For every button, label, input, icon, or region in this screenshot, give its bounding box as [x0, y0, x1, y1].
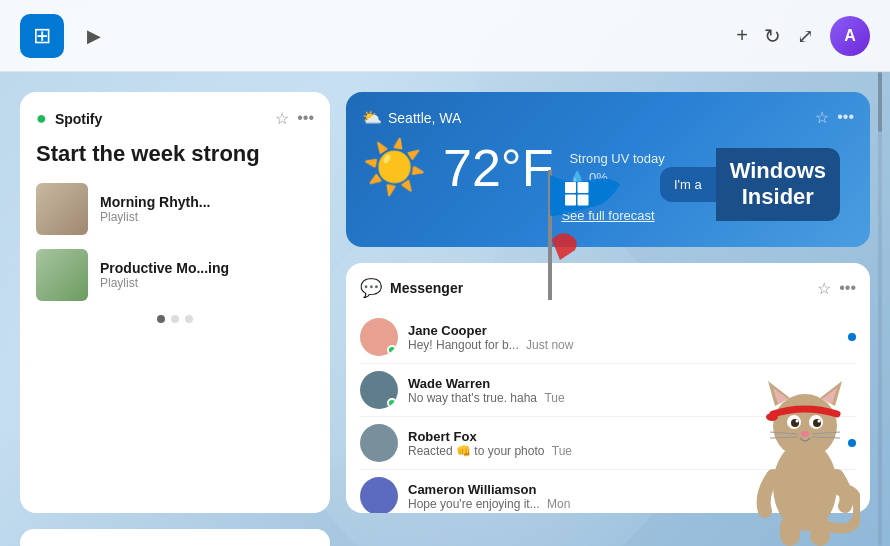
playlist-info-1: Morning Rhyth... Playlist: [100, 194, 210, 224]
weather-actions: ☆ •••: [815, 108, 854, 127]
contact-avatar-4: [360, 477, 398, 513]
cat-mascot-svg: [750, 326, 860, 546]
weather-more-icon[interactable]: •••: [837, 108, 854, 127]
playlist-thumb-bg-2: [36, 249, 88, 301]
online-indicator-2: [387, 398, 397, 408]
dot-2[interactable]: [171, 315, 179, 323]
scrollbar-track: [878, 72, 882, 546]
svg-point-22: [766, 413, 778, 421]
spotify-title-row: ● Spotify: [36, 108, 102, 129]
svg-point-16: [818, 420, 821, 423]
svg-point-17: [801, 431, 809, 437]
online-indicator-1: [387, 345, 397, 355]
messenger-actions: ☆ •••: [817, 279, 856, 298]
windows-insider-title-1: Windows: [730, 158, 826, 184]
xbox-widget: 🎮 Xbox Game Pass ☆ ••• Recently added HA…: [20, 529, 330, 546]
spotify-icon: ●: [36, 108, 47, 129]
svg-rect-4: [578, 195, 589, 206]
svg-rect-23: [780, 516, 800, 546]
weather-sun-icon: ☀️: [362, 137, 427, 198]
spotify-app-name: Spotify: [55, 111, 102, 127]
windows-flag-svg: [490, 160, 630, 300]
add-button[interactable]: +: [736, 24, 748, 47]
messenger-icon: 💬: [360, 277, 382, 299]
playlist-name-2: Productive Mo...ing: [100, 260, 229, 276]
windows-flag-overlay: [490, 160, 630, 304]
home-button[interactable]: ⊞: [20, 14, 64, 58]
svg-rect-24: [810, 516, 830, 546]
avatar-initial: A: [844, 27, 856, 45]
top-bar: ⊞ ▶ + ↻ ⤢ A: [0, 0, 890, 72]
spotify-carousel-dots: [36, 315, 314, 323]
expand-button[interactable]: ⤢: [797, 24, 814, 48]
scrollbar-thumb[interactable]: [878, 72, 882, 132]
contact-avatar-1: [360, 318, 398, 356]
contact-avatar-2: [360, 371, 398, 409]
spotify-pin-icon[interactable]: ☆: [275, 109, 289, 128]
spotify-more-icon[interactable]: •••: [297, 109, 314, 128]
im-a-text: I'm a: [660, 167, 716, 202]
refresh-button[interactable]: ↻: [764, 24, 781, 48]
playlist-thumb-1: [36, 183, 88, 235]
cat-mascot-container: [750, 326, 860, 546]
spotify-widget: ● Spotify ☆ ••• Start the week strong Mo…: [20, 92, 330, 513]
playlist-item-1[interactable]: Morning Rhyth... Playlist: [36, 183, 314, 235]
playlist-item-2[interactable]: Productive Mo...ing Playlist: [36, 249, 314, 301]
messenger-title: Messenger: [390, 280, 463, 296]
svg-rect-2: [578, 182, 589, 193]
weather-header: ⛅ Seattle, WA ☆ •••: [362, 108, 854, 127]
weather-location: ⛅ Seattle, WA: [362, 108, 461, 127]
dot-1[interactable]: [157, 315, 165, 323]
avatar[interactable]: A: [830, 16, 870, 56]
svg-rect-3: [565, 195, 576, 206]
svg-rect-1: [565, 182, 576, 193]
messenger-title-row: 💬 Messenger: [360, 277, 463, 299]
spotify-actions: ☆ •••: [275, 109, 314, 128]
weather-city: Seattle, WA: [388, 110, 461, 126]
location-icon: ⛅: [362, 108, 382, 127]
playlist-thumb-bg-1: [36, 183, 88, 235]
insider-badge: I'm a Windows Insider: [660, 148, 840, 221]
svg-point-6: [773, 394, 837, 458]
svg-point-15: [796, 420, 799, 423]
messenger-pin-icon[interactable]: ☆: [817, 279, 831, 298]
dot-3[interactable]: [185, 315, 193, 323]
spotify-headline: Start the week strong: [36, 141, 314, 167]
messenger-more-icon[interactable]: •••: [839, 279, 856, 298]
windows-insider-box: Windows Insider: [716, 148, 840, 221]
playlist-name-1: Morning Rhyth...: [100, 194, 210, 210]
top-bar-right: + ↻ ⤢ A: [736, 16, 870, 56]
playlist-type-1: Playlist: [100, 210, 210, 224]
playlist-thumb-2: [36, 249, 88, 301]
playlist-info-2: Productive Mo...ing Playlist: [100, 260, 229, 290]
contact-avatar-3: [360, 424, 398, 462]
home-icon: ⊞: [33, 23, 51, 49]
weather-pin-icon[interactable]: ☆: [815, 108, 829, 127]
windows-insider-title-2: Insider: [730, 184, 826, 210]
media-icon: ▶: [87, 25, 101, 47]
playlist-type-2: Playlist: [100, 276, 229, 290]
media-button[interactable]: ▶: [74, 16, 114, 56]
spotify-header: ● Spotify ☆ •••: [36, 108, 314, 129]
